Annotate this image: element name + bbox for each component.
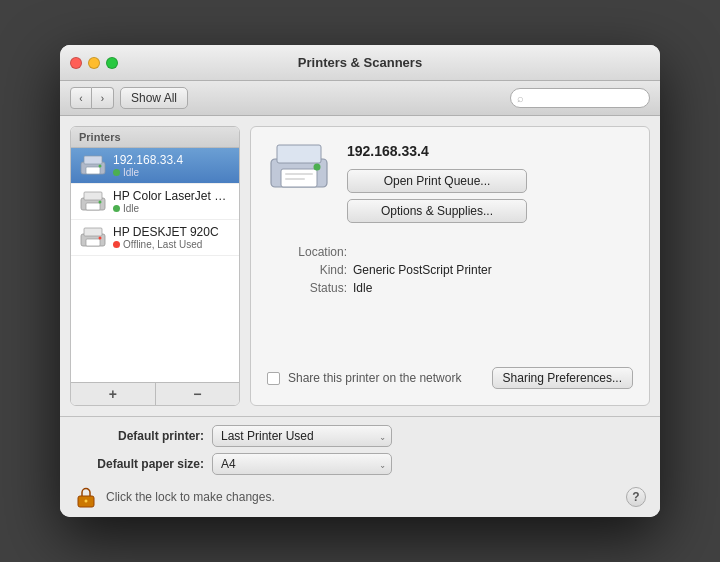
remove-printer-button[interactable]: − xyxy=(156,383,240,405)
status-dot-1 xyxy=(113,169,120,176)
search-input[interactable] xyxy=(527,92,643,104)
svg-rect-17 xyxy=(285,178,305,180)
printer-info-1: 192.168.33.4 Idle xyxy=(113,153,231,178)
share-checkbox[interactable] xyxy=(267,372,280,385)
status-value: Idle xyxy=(353,281,633,295)
show-all-button[interactable]: Show All xyxy=(120,87,188,109)
svg-point-3 xyxy=(99,164,102,167)
svg-rect-10 xyxy=(86,239,100,246)
printer-big-icon xyxy=(267,143,331,195)
svg-rect-9 xyxy=(84,228,102,236)
nav-buttons: ‹ › xyxy=(70,87,114,109)
main-window: Printers & Scanners ‹ › Show All ⌕ Print… xyxy=(60,45,660,517)
traffic-lights xyxy=(70,57,118,69)
status-dot-3 xyxy=(113,241,120,248)
status-dot-2 xyxy=(113,205,120,212)
titlebar: Printers & Scanners xyxy=(60,45,660,81)
default-paper-select[interactable]: A4LetterLegalA3 xyxy=(212,453,392,475)
maximize-button[interactable] xyxy=(106,57,118,69)
toolbar: ‹ › Show All ⌕ xyxy=(60,81,660,116)
detail-header: 192.168.33.4 Open Print Queue... Options… xyxy=(267,143,633,229)
printer-sidebar: Printers 192.168.33.4 xyxy=(70,126,240,406)
minimize-button[interactable] xyxy=(88,57,100,69)
add-printer-button[interactable]: + xyxy=(71,383,156,405)
bottom-bar: Default printer: Last Printer Used192.16… xyxy=(60,416,660,517)
printer-icon-1 xyxy=(79,155,107,177)
sidebar-footer: + − xyxy=(71,382,239,405)
svg-point-11 xyxy=(99,236,102,239)
default-printer-label: Default printer: xyxy=(74,429,204,443)
printer-item-1[interactable]: 192.168.33.4 Idle xyxy=(71,148,239,184)
nav-forward-button[interactable]: › xyxy=(92,87,114,109)
open-print-queue-button[interactable]: Open Print Queue... xyxy=(347,169,527,193)
share-label: Share this printer on the network xyxy=(288,371,461,385)
default-paper-select-wrap: A4LetterLegalA3 xyxy=(212,453,392,475)
printer-name-3: HP DESKJET 920C xyxy=(113,225,231,239)
location-value xyxy=(353,245,633,259)
printer-name-2: HP Color LaserJet CP... xyxy=(113,189,231,203)
lock-text: Click the lock to make changes. xyxy=(106,490,275,504)
window-title: Printers & Scanners xyxy=(298,55,422,70)
close-button[interactable] xyxy=(70,57,82,69)
options-supplies-button[interactable]: Options & Supplies... xyxy=(347,199,527,223)
sharing-preferences-button[interactable]: Sharing Preferences... xyxy=(492,367,633,389)
sidebar-header: Printers xyxy=(71,127,239,148)
nav-back-button[interactable]: ‹ xyxy=(70,87,92,109)
kind-label: Kind: xyxy=(267,263,347,277)
search-box[interactable]: ⌕ xyxy=(510,88,650,108)
printer-status-2: Idle xyxy=(113,203,231,214)
svg-point-7 xyxy=(99,200,102,203)
svg-rect-5 xyxy=(84,192,102,200)
printer-list: 192.168.33.4 Idle xyxy=(71,148,239,382)
detail-panel: 192.168.33.4 Open Print Queue... Options… xyxy=(250,126,650,406)
printer-status-1: Idle xyxy=(113,167,231,178)
svg-point-15 xyxy=(314,164,321,171)
detail-actions: 192.168.33.4 Open Print Queue... Options… xyxy=(347,143,633,229)
default-printer-row: Default printer: Last Printer Used192.16… xyxy=(74,425,646,447)
default-printer-select-wrap: Last Printer Used192.168.33.4HP Color La… xyxy=(212,425,392,447)
svg-rect-16 xyxy=(285,173,313,175)
search-icon: ⌕ xyxy=(517,92,524,104)
svg-rect-1 xyxy=(84,156,102,164)
lock-icon[interactable] xyxy=(74,485,98,509)
main-content: Printers 192.168.33.4 xyxy=(60,116,660,416)
printer-info-2: HP Color LaserJet CP... Idle xyxy=(113,189,231,214)
printer-item-3[interactable]: HP DESKJET 920C Offline, Last Used xyxy=(71,220,239,256)
default-paper-label: Default paper size: xyxy=(74,457,204,471)
svg-rect-13 xyxy=(277,145,321,163)
default-printer-select[interactable]: Last Printer Used192.168.33.4HP Color La… xyxy=(212,425,392,447)
location-label: Location: xyxy=(267,245,347,259)
svg-rect-6 xyxy=(86,203,100,210)
default-paper-row: Default paper size: A4LetterLegalA3 xyxy=(74,453,646,475)
share-row: Share this printer on the network Sharin… xyxy=(267,367,633,389)
printer-info-3: HP DESKJET 920C Offline, Last Used xyxy=(113,225,231,250)
kind-value: Generic PostScript Printer xyxy=(353,263,633,277)
help-button[interactable]: ? xyxy=(626,487,646,507)
lock-row: Click the lock to make changes. ? xyxy=(74,481,646,509)
detail-printer-name: 192.168.33.4 xyxy=(347,143,633,159)
svg-rect-2 xyxy=(86,167,100,174)
printer-name-1: 192.168.33.4 xyxy=(113,153,231,167)
printer-item-2[interactable]: HP Color LaserJet CP... Idle xyxy=(71,184,239,220)
status-label: Status: xyxy=(267,281,347,295)
printer-icon-3 xyxy=(79,227,107,249)
printer-status-3: Offline, Last Used xyxy=(113,239,231,250)
printer-icon-2 xyxy=(79,191,107,213)
svg-point-19 xyxy=(85,500,88,503)
detail-info: Location: Kind: Generic PostScript Print… xyxy=(267,245,633,295)
